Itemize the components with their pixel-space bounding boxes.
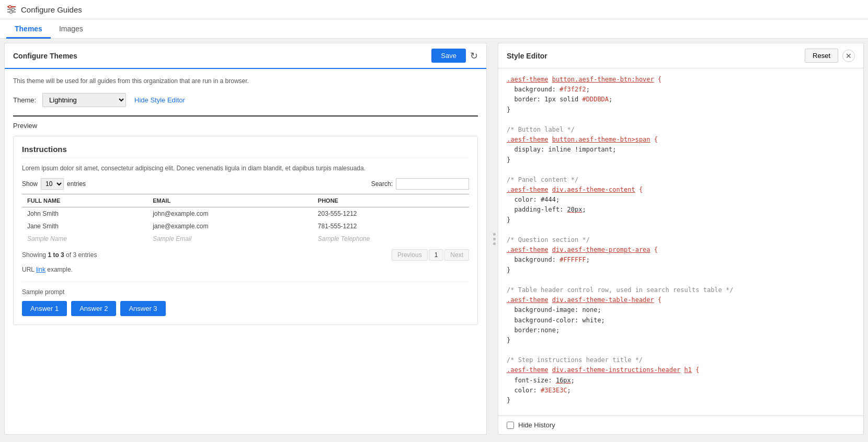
cell-phone: 781-555-1212	[313, 220, 469, 232]
css-selector: .aesf-theme div.aesf-theme-table-header …	[507, 296, 661, 304]
css-comment: /* Question section */	[507, 236, 590, 243]
table-footer: Showing 1 to 3 of 3 entries Previous 1 N…	[22, 249, 469, 261]
showing-prefix: Showing	[22, 251, 48, 259]
tab-images[interactable]: Images	[51, 19, 92, 39]
css-property: color: #3E3E3C;	[507, 387, 571, 394]
css-selector: .aesf-theme button.aesf-theme-btn:hover …	[507, 76, 661, 83]
url-prefix: URL	[22, 266, 36, 273]
prompt-section: Sample prompt Answer 1 Answer 2 Answer 3	[22, 282, 469, 316]
css-selector: .aesf-theme div.aesf-theme-prompt-area {	[507, 246, 658, 253]
cell-name: Jane Smith	[22, 220, 147, 232]
css-brace: }	[507, 336, 510, 344]
css-property: border: 1px solid #DDDBDA;	[507, 96, 612, 103]
cell-email: jane@example.com	[147, 220, 313, 232]
col-phone: PHONE	[313, 194, 469, 207]
instructions-title: Instructions	[22, 145, 469, 158]
preview-section: Preview Instructions Lorem ipsum dolor s…	[13, 115, 478, 325]
panel-actions: Save ↻	[431, 49, 478, 63]
style-editor-title: Style Editor	[507, 52, 547, 60]
css-property: background-color: white;	[507, 317, 605, 324]
svg-point-5	[10, 11, 13, 14]
css-property: font-size: 16px;	[507, 377, 575, 384]
close-icon: ✕	[846, 52, 852, 60]
prompt-label: Sample prompt	[22, 288, 469, 296]
col-email: EMAIL	[147, 194, 313, 207]
search-control: Search:	[371, 178, 469, 190]
reset-button[interactable]: Reset	[805, 49, 838, 63]
close-button[interactable]: ✕	[842, 50, 855, 62]
pagination: Previous 1 Next	[392, 249, 469, 261]
svg-point-3	[9, 6, 12, 8]
cell-sample-name: Sample Name	[22, 232, 147, 245]
preview-label: Preview	[13, 122, 478, 130]
cell-email: john@example.com	[147, 207, 313, 220]
css-property: padding-left: 20px;	[507, 206, 586, 213]
prev-page-button[interactable]: Previous	[392, 249, 428, 261]
css-property: background-image: none;	[507, 306, 601, 313]
answer-1-button[interactable]: Answer 1	[22, 301, 67, 316]
cell-sample-phone: Sample Telephone	[313, 232, 469, 245]
entries-label: entries	[67, 180, 86, 188]
css-property: background: #FFFFFF;	[507, 256, 590, 263]
answer-3-button[interactable]: Answer 3	[120, 301, 165, 316]
css-brace: }	[507, 397, 510, 404]
show-label: Show	[22, 180, 38, 188]
code-editor[interactable]: .aesf-theme button.aesf-theme-btn:hover …	[498, 68, 863, 415]
splitter-dot-1	[493, 233, 496, 236]
refresh-button[interactable]: ↻	[470, 50, 478, 62]
app-title: Configure Guides	[21, 5, 82, 14]
answer-buttons: Answer 1 Answer 2 Answer 3	[22, 301, 469, 316]
cell-name: John Smith	[22, 207, 147, 220]
url-text: URL link example.	[22, 266, 469, 273]
answer-2-button[interactable]: Answer 2	[71, 301, 116, 316]
theme-select[interactable]: Lightning	[42, 93, 126, 107]
theme-description: This theme will be used for all guides f…	[13, 77, 478, 85]
tab-themes[interactable]: Themes	[6, 19, 51, 39]
css-property: background: #f3f2f2;	[507, 86, 590, 93]
showing-text: Showing 1 to 3 of 3 entries	[22, 251, 97, 259]
css-brace: }	[507, 216, 510, 224]
app-header: Configure Guides	[0, 0, 868, 19]
table-row: Jane Smith jane@example.com 781-555-1212	[22, 220, 469, 232]
data-table: FULL NAME EMAIL PHONE John Smith john@ex…	[22, 194, 469, 245]
css-property: display: inline !important;	[507, 146, 616, 153]
style-editor-actions: Reset ✕	[805, 49, 855, 63]
css-comment: /* Button label */	[507, 126, 575, 133]
left-panel-container: Configure Themes Save ↻ This theme will …	[4, 43, 498, 435]
configure-themes-title: Configure Themes	[13, 52, 77, 60]
next-page-button[interactable]: Next	[444, 249, 469, 261]
showing-range: 1 to 3	[48, 251, 64, 259]
hide-history-label[interactable]: Hide History	[518, 421, 555, 429]
entries-select[interactable]: 10	[41, 178, 64, 190]
theme-row: Theme: Lightning Hide Style Editor	[13, 93, 478, 107]
table-row: John Smith john@example.com 203-555-1212	[22, 207, 469, 220]
url-link[interactable]: link	[36, 266, 45, 273]
editor-footer: Hide History	[498, 415, 863, 434]
css-comment: /* Table header control row, used in sea…	[507, 286, 733, 294]
css-property: border:none;	[507, 327, 559, 334]
search-label: Search:	[371, 180, 393, 188]
col-fullname: FULL NAME	[22, 194, 147, 207]
main-content: Configure Themes Save ↻ This theme will …	[0, 39, 868, 439]
hide-style-editor-link[interactable]: Hide Style Editor	[134, 96, 185, 104]
page-1-button[interactable]: 1	[429, 249, 444, 261]
css-property: color: #444;	[507, 196, 559, 203]
splitter-dot-2	[493, 238, 496, 240]
svg-point-4	[12, 8, 15, 11]
hide-history-checkbox[interactable]	[507, 422, 514, 429]
tabs-bar: Themes Images	[0, 19, 868, 39]
css-brace: }	[507, 156, 510, 164]
panel-body: This theme will be used for all guides f…	[5, 69, 486, 434]
right-panel: Style Editor Reset ✕ .aesf-theme button.…	[498, 43, 864, 435]
save-button[interactable]: Save	[431, 49, 466, 63]
preview-card: Instructions Lorem ipsum dolor sit amet,…	[13, 136, 478, 325]
css-brace: }	[507, 106, 510, 113]
splitter-handle[interactable]	[491, 43, 498, 435]
cell-phone: 203-555-1212	[313, 207, 469, 220]
css-selector: .aesf-theme div.aesf-theme-content {	[507, 186, 643, 193]
configure-icon	[6, 4, 17, 15]
search-input[interactable]	[396, 178, 469, 190]
table-row-sample: Sample Name Sample Email Sample Telephon…	[22, 232, 469, 245]
show-entries: Show 10 entries	[22, 178, 86, 190]
showing-total: of 3 entries	[64, 251, 97, 259]
